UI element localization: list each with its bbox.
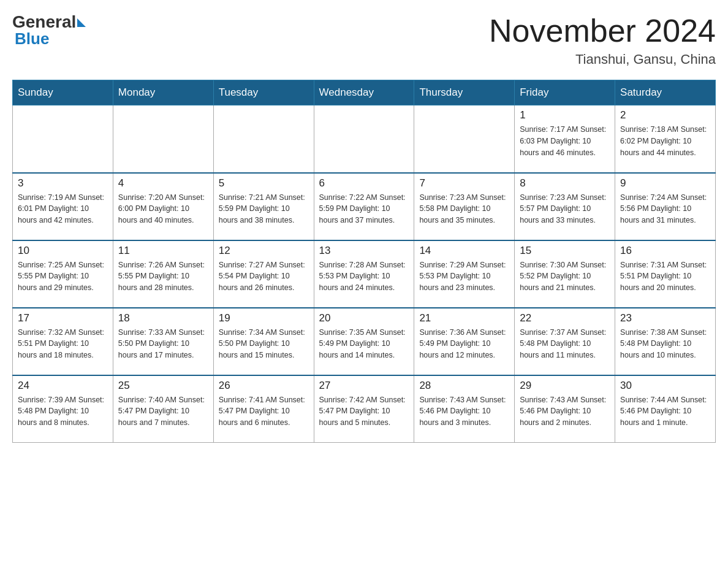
day-number: 21 [419, 312, 509, 324]
day-number: 22 [520, 312, 610, 324]
day-info: Sunrise: 7:44 AM Sunset: 5:46 PM Dayligh… [620, 394, 710, 429]
day-number: 29 [520, 380, 610, 392]
logo-triangle-icon [77, 18, 86, 27]
month-title: November 2024 [489, 12, 716, 49]
calendar-cell: 27Sunrise: 7:42 AM Sunset: 5:47 PM Dayli… [314, 375, 414, 443]
day-number: 4 [118, 177, 208, 190]
day-number: 28 [419, 380, 509, 392]
day-info: Sunrise: 7:24 AM Sunset: 5:56 PM Dayligh… [620, 192, 710, 226]
calendar-cell: 28Sunrise: 7:43 AM Sunset: 5:46 PM Dayli… [414, 375, 515, 443]
day-info: Sunrise: 7:43 AM Sunset: 5:46 PM Dayligh… [419, 394, 509, 429]
day-number: 7 [419, 177, 509, 190]
day-number: 10 [18, 245, 108, 257]
calendar-cell: 21Sunrise: 7:36 AM Sunset: 5:49 PM Dayli… [414, 308, 515, 375]
day-number: 6 [319, 177, 409, 190]
calendar-cell: 16Sunrise: 7:31 AM Sunset: 5:51 PM Dayli… [615, 240, 716, 308]
calendar-cell: 24Sunrise: 7:39 AM Sunset: 5:48 PM Dayli… [13, 375, 113, 443]
day-number: 11 [118, 245, 208, 257]
calendar-cell: 10Sunrise: 7:25 AM Sunset: 5:55 PM Dayli… [13, 240, 113, 308]
day-number: 14 [419, 245, 509, 257]
calendar-day-header: Saturday [615, 80, 716, 105]
day-info: Sunrise: 7:23 AM Sunset: 5:58 PM Dayligh… [419, 192, 509, 226]
day-number: 15 [520, 245, 610, 257]
day-number: 27 [319, 380, 409, 392]
calendar-cell [13, 105, 113, 173]
day-info: Sunrise: 7:36 AM Sunset: 5:49 PM Dayligh… [419, 327, 509, 361]
header: General Blue November 2024 Tianshui, Gan… [12, 12, 716, 67]
location-subtitle: Tianshui, Gansu, China [489, 52, 716, 67]
day-info: Sunrise: 7:42 AM Sunset: 5:47 PM Dayligh… [319, 394, 409, 429]
day-number: 13 [319, 245, 409, 257]
calendar-cell: 9Sunrise: 7:24 AM Sunset: 5:56 PM Daylig… [615, 173, 716, 240]
calendar-cell [314, 105, 414, 173]
calendar-week-row: 10Sunrise: 7:25 AM Sunset: 5:55 PM Dayli… [13, 240, 716, 308]
calendar-cell: 30Sunrise: 7:44 AM Sunset: 5:46 PM Dayli… [615, 375, 716, 443]
day-number: 24 [18, 380, 108, 392]
calendar-cell [213, 105, 314, 173]
day-number: 18 [118, 312, 208, 324]
day-info: Sunrise: 7:32 AM Sunset: 5:51 PM Dayligh… [18, 327, 108, 361]
calendar-cell: 25Sunrise: 7:40 AM Sunset: 5:47 PM Dayli… [113, 375, 213, 443]
day-info: Sunrise: 7:18 AM Sunset: 6:02 PM Dayligh… [620, 124, 710, 158]
day-number: 1 [520, 109, 610, 121]
calendar-cell: 1Sunrise: 7:17 AM Sunset: 6:03 PM Daylig… [515, 105, 615, 173]
calendar-cell: 8Sunrise: 7:23 AM Sunset: 5:57 PM Daylig… [515, 173, 615, 240]
calendar-day-header: Sunday [13, 80, 113, 105]
calendar-cell: 14Sunrise: 7:29 AM Sunset: 5:53 PM Dayli… [414, 240, 515, 308]
day-number: 30 [620, 380, 710, 392]
calendar-cell: 19Sunrise: 7:34 AM Sunset: 5:50 PM Dayli… [213, 308, 314, 375]
day-number: 23 [620, 312, 710, 324]
calendar-week-row: 3Sunrise: 7:19 AM Sunset: 6:01 PM Daylig… [13, 173, 716, 240]
day-info: Sunrise: 7:22 AM Sunset: 5:59 PM Dayligh… [319, 192, 409, 226]
day-info: Sunrise: 7:31 AM Sunset: 5:51 PM Dayligh… [620, 259, 710, 294]
calendar-week-row: 17Sunrise: 7:32 AM Sunset: 5:51 PM Dayli… [13, 308, 716, 375]
calendar-header-row: SundayMondayTuesdayWednesdayThursdayFrid… [13, 80, 716, 105]
calendar-cell: 2Sunrise: 7:18 AM Sunset: 6:02 PM Daylig… [615, 105, 716, 173]
calendar-cell: 20Sunrise: 7:35 AM Sunset: 5:49 PM Dayli… [314, 308, 414, 375]
calendar-cell: 6Sunrise: 7:22 AM Sunset: 5:59 PM Daylig… [314, 173, 414, 240]
calendar-cell: 4Sunrise: 7:20 AM Sunset: 6:00 PM Daylig… [113, 173, 213, 240]
day-number: 25 [118, 380, 208, 392]
day-info: Sunrise: 7:38 AM Sunset: 5:48 PM Dayligh… [620, 327, 710, 361]
calendar-cell [113, 105, 213, 173]
day-info: Sunrise: 7:30 AM Sunset: 5:52 PM Dayligh… [520, 259, 610, 294]
calendar-cell: 29Sunrise: 7:43 AM Sunset: 5:46 PM Dayli… [515, 375, 615, 443]
day-info: Sunrise: 7:27 AM Sunset: 5:54 PM Dayligh… [219, 259, 309, 294]
calendar-cell: 22Sunrise: 7:37 AM Sunset: 5:48 PM Dayli… [515, 308, 615, 375]
calendar-cell: 15Sunrise: 7:30 AM Sunset: 5:52 PM Dayli… [515, 240, 615, 308]
day-info: Sunrise: 7:17 AM Sunset: 6:03 PM Dayligh… [520, 124, 610, 158]
day-info: Sunrise: 7:20 AM Sunset: 6:00 PM Dayligh… [118, 192, 208, 226]
calendar-cell: 11Sunrise: 7:26 AM Sunset: 5:55 PM Dayli… [113, 240, 213, 308]
calendar-day-header: Friday [515, 80, 615, 105]
calendar-day-header: Monday [113, 80, 213, 105]
calendar-week-row: 1Sunrise: 7:17 AM Sunset: 6:03 PM Daylig… [13, 105, 716, 173]
day-number: 26 [219, 380, 309, 392]
title-area: November 2024 Tianshui, Gansu, China [489, 12, 716, 67]
day-info: Sunrise: 7:19 AM Sunset: 6:01 PM Dayligh… [18, 192, 108, 226]
day-info: Sunrise: 7:39 AM Sunset: 5:48 PM Dayligh… [18, 394, 108, 429]
day-info: Sunrise: 7:33 AM Sunset: 5:50 PM Dayligh… [118, 327, 208, 361]
calendar-day-header: Wednesday [314, 80, 414, 105]
day-number: 5 [219, 177, 309, 190]
logo-blue-text: Blue [12, 29, 49, 48]
calendar-week-row: 24Sunrise: 7:39 AM Sunset: 5:48 PM Dayli… [13, 375, 716, 443]
calendar-cell: 3Sunrise: 7:19 AM Sunset: 6:01 PM Daylig… [13, 173, 113, 240]
calendar-cell: 17Sunrise: 7:32 AM Sunset: 5:51 PM Dayli… [13, 308, 113, 375]
day-number: 19 [219, 312, 309, 324]
day-info: Sunrise: 7:23 AM Sunset: 5:57 PM Dayligh… [520, 192, 610, 226]
day-info: Sunrise: 7:43 AM Sunset: 5:46 PM Dayligh… [520, 394, 610, 429]
calendar-cell: 7Sunrise: 7:23 AM Sunset: 5:58 PM Daylig… [414, 173, 515, 240]
calendar-cell [414, 105, 515, 173]
day-info: Sunrise: 7:37 AM Sunset: 5:48 PM Dayligh… [520, 327, 610, 361]
day-number: 16 [620, 245, 710, 257]
day-number: 3 [18, 177, 108, 190]
calendar-day-header: Tuesday [213, 80, 314, 105]
calendar-cell: 23Sunrise: 7:38 AM Sunset: 5:48 PM Dayli… [615, 308, 716, 375]
day-number: 2 [620, 109, 710, 121]
day-info: Sunrise: 7:34 AM Sunset: 5:50 PM Dayligh… [219, 327, 309, 361]
calendar-cell: 12Sunrise: 7:27 AM Sunset: 5:54 PM Dayli… [213, 240, 314, 308]
day-number: 20 [319, 312, 409, 324]
calendar-cell: 26Sunrise: 7:41 AM Sunset: 5:47 PM Dayli… [213, 375, 314, 443]
day-info: Sunrise: 7:25 AM Sunset: 5:55 PM Dayligh… [18, 259, 108, 294]
day-info: Sunrise: 7:35 AM Sunset: 5:49 PM Dayligh… [319, 327, 409, 361]
